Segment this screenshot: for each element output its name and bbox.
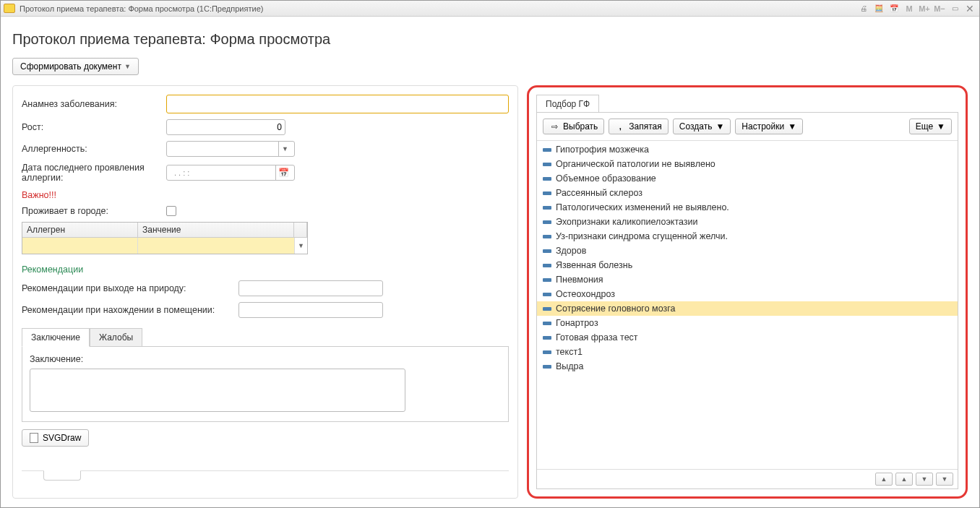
m-button[interactable]: M <box>903 3 916 14</box>
item-icon <box>543 293 551 296</box>
allergen-grid: Аллегрен Занчение ▼ <box>22 222 308 254</box>
calendar-icon[interactable]: 📅 <box>275 165 291 180</box>
settings-label: Настройки <box>742 121 784 132</box>
item-label: Уз-признаки синдрома сгущенной желчи. <box>556 231 728 241</box>
grid-cell-allergen[interactable] <box>22 238 138 254</box>
bottom-tab-strip <box>22 470 509 489</box>
grid-row[interactable]: ▼ <box>22 238 307 254</box>
item-label: Рассеянный склероз <box>556 188 642 198</box>
settings-button[interactable]: Настройки ▼ <box>735 119 803 134</box>
chevron-down-icon[interactable]: ▼ <box>294 238 307 254</box>
grid-cell-value[interactable] <box>138 238 294 254</box>
important-label: Важно!!! <box>22 190 509 200</box>
m-plus-button[interactable]: M+ <box>918 3 931 14</box>
recs-title: Рекомендации <box>22 264 509 275</box>
lower-tabs: Заключение Жалобы <box>22 328 509 347</box>
list-item[interactable]: Патологических изменений не выявлено. <box>537 200 958 215</box>
list-item[interactable]: Рассеянный склероз <box>537 186 958 200</box>
tab-complaints[interactable]: Жалобы <box>90 328 142 347</box>
city-checkbox[interactable] <box>166 206 176 216</box>
list-item[interactable]: Гипотрофия мозжечка <box>537 142 958 157</box>
nav-first-button[interactable]: ▲ <box>875 473 893 486</box>
allergy-date-input[interactable]: . . : : 📅 <box>166 165 295 181</box>
allergy-date-value: . . : : <box>170 165 275 180</box>
item-icon <box>543 307 551 311</box>
item-label: Выдра <box>556 361 584 371</box>
titlebar-tools: 🖨 🧮 📅 M M+ M− ▭ ✕ <box>857 3 976 14</box>
close-icon[interactable]: ✕ <box>963 3 976 14</box>
list-item[interactable]: Эхопризнаки каликопиелоэктазии <box>537 215 958 229</box>
item-label: Пневмония <box>556 275 603 285</box>
list-item[interactable]: Пневмония <box>537 272 958 287</box>
main-toolbar: Сформировать документ ▼ <box>12 58 968 75</box>
rec-outdoor-input[interactable] <box>238 280 383 296</box>
anamnesis-label: Анамнез заболевания: <box>22 99 166 109</box>
tab-conclusion[interactable]: Заключение <box>22 328 90 347</box>
list-item[interactable]: Органической патологии не выявлено <box>537 157 958 171</box>
list-nav: ▲ ▲ ▼ ▼ <box>537 469 958 488</box>
item-label: Остеохондроз <box>556 289 615 299</box>
item-label: Патологических изменений не выявлено. <box>556 202 729 212</box>
select-label: Выбрать <box>563 121 598 132</box>
grid-col-allergen[interactable]: Аллегрен <box>22 223 138 237</box>
svgdraw-label: SVGDraw <box>43 433 81 443</box>
list-item[interactable]: Остеохондроз <box>537 287 958 301</box>
item-icon <box>543 336 551 340</box>
item-label: Гипотрофия мозжечка <box>556 145 649 155</box>
select-button[interactable]: ⇨ Выбрать <box>543 119 604 134</box>
item-label: Готовая фраза тест <box>556 332 638 343</box>
list-item[interactable]: Объемное образование <box>537 171 958 186</box>
tab-podbor-gf[interactable]: Подбор ГФ <box>536 95 599 113</box>
phrase-list[interactable]: Гипотрофия мозжечкаОрганической патологи… <box>537 141 958 469</box>
comma-button[interactable]: , Запятая <box>609 119 668 134</box>
calc-icon[interactable]: 🧮 <box>872 3 885 14</box>
more-button[interactable]: Еще ▼ <box>909 119 952 134</box>
nav-up-button[interactable]: ▲ <box>895 473 913 486</box>
item-icon <box>543 350 551 354</box>
maximize-icon[interactable]: ▭ <box>948 3 961 14</box>
left-panel: Анамнез заболевания: Рост: Аллергенность… <box>12 85 518 499</box>
list-item[interactable]: Гонартроз <box>537 316 958 330</box>
select-icon: ⇨ <box>549 121 559 132</box>
list-item[interactable]: текст1 <box>537 345 958 359</box>
form-document-button[interactable]: Сформировать документ ▼ <box>12 58 139 75</box>
item-icon <box>543 206 551 210</box>
grid-col-value[interactable]: Занчение <box>138 223 294 237</box>
list-item[interactable]: Уз-признаки синдрома сгущенной желчи. <box>537 229 958 244</box>
item-label: Органической патологии не выявлено <box>556 159 715 169</box>
grid-header: Аллегрен Занчение <box>22 223 307 238</box>
item-icon <box>543 278 551 282</box>
list-item[interactable]: Язвенная болезнь <box>537 258 958 272</box>
height-input[interactable] <box>166 119 285 135</box>
right-panel: Подбор ГФ ⇨ Выбрать , Запятая Создат <box>527 85 968 499</box>
allergy-label: Аллергенность: <box>22 144 166 154</box>
item-icon <box>543 163 551 166</box>
allergy-select[interactable]: ▼ <box>166 141 295 157</box>
print-icon[interactable]: 🖨 <box>857 3 870 14</box>
item-icon <box>543 365 551 369</box>
calendar-icon[interactable]: 📅 <box>887 3 901 14</box>
grid-col-spacer <box>294 223 307 237</box>
rec-indoor-input[interactable] <box>238 302 383 318</box>
list-item[interactable]: Здоров <box>537 244 958 258</box>
titlebar: Протокол приема терапевта: Форма просмот… <box>1 1 979 17</box>
list-item[interactable]: Выдра <box>537 359 958 374</box>
nav-down-button[interactable]: ▼ <box>916 473 933 486</box>
content: Протокол приема терапевта: Форма просмот… <box>1 17 979 507</box>
create-label: Создать <box>679 121 713 132</box>
comma-label: Запятая <box>629 121 661 132</box>
item-label: текст1 <box>556 347 583 357</box>
chevron-down-icon: ▼ <box>124 63 131 70</box>
item-icon <box>543 148 551 152</box>
list-item[interactable]: Сотрясение головного мозга <box>537 301 958 316</box>
nav-last-button[interactable]: ▼ <box>936 473 953 486</box>
svgdraw-button[interactable]: SVGDraw <box>22 429 89 447</box>
create-button[interactable]: Создать ▼ <box>673 119 731 134</box>
m-minus-button[interactable]: M− <box>933 3 946 14</box>
list-item[interactable]: Готовая фраза тест <box>537 330 958 345</box>
body: Анамнез заболевания: Рост: Аллергенность… <box>12 85 968 499</box>
conclusion-textarea[interactable] <box>30 369 405 412</box>
right-toolbar: ⇨ Выбрать , Запятая Создать ▼ Настройк <box>537 113 958 141</box>
form-document-label: Сформировать документ <box>20 61 121 72</box>
anamnesis-input[interactable] <box>166 95 509 113</box>
